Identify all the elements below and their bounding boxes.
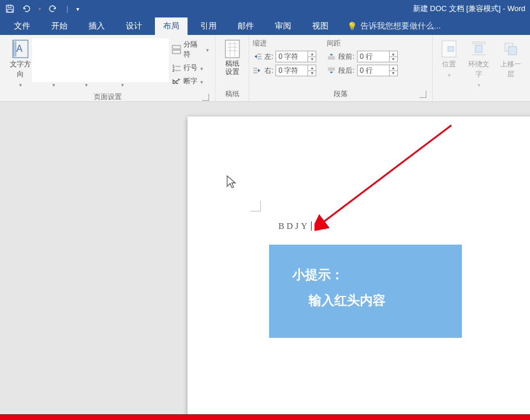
document-area: BDJY 小提示： 输入红头内容 <box>0 102 530 414</box>
manuscript-group-label: 稿纸 <box>219 88 245 100</box>
hint-line1: 小提示： <box>292 262 439 288</box>
document-text[interactable]: BDJY <box>278 221 312 231</box>
spacing-before-value: 0 行 <box>360 52 373 62</box>
line-numbers-icon: 12 <box>172 63 181 73</box>
group-arrange: 位置 环绕文字 上移一层 <box>433 35 529 101</box>
svg-text:1: 1 <box>172 64 175 68</box>
spacing-header: 间距 <box>327 38 397 48</box>
spinner-down-icon[interactable]: ▼ <box>390 71 397 76</box>
spacing-after-label: 段后: <box>338 66 354 76</box>
hyphenation-button[interactable]: bca- 断字 <box>172 76 209 86</box>
bring-forward-label: 上移一层 <box>500 59 522 79</box>
spinner-up-icon[interactable]: ▲ <box>308 65 316 71</box>
undo-dropdown-icon[interactable] <box>37 3 42 14</box>
spinner-down-icon[interactable]: ▼ <box>308 71 316 76</box>
bring-forward-button: 上移一层 <box>496 37 526 82</box>
title-bar: | ▾ 新建 DOC 文档 [兼容模式] - Word <box>0 0 530 17</box>
position-button: 位置 <box>436 37 462 81</box>
tab-layout[interactable]: 布局 <box>155 17 188 35</box>
indent-right-value: 0 字符 <box>278 66 298 76</box>
spacing-after-value: 0 行 <box>360 66 373 76</box>
customize-qat-icon[interactable]: ▾ <box>76 6 79 12</box>
tell-me-label: 告诉我您想要做什么... <box>361 21 441 31</box>
page-setup-group-label: 页面设置 <box>94 93 122 101</box>
tell-me-search[interactable]: 💡 告诉我您想要做什么... <box>347 21 441 31</box>
spinner-down-icon[interactable]: ▼ <box>308 57 316 62</box>
svg-rect-43 <box>475 45 482 52</box>
indent-left-spinner[interactable]: 0 字符 ▲▼ <box>275 51 316 62</box>
cursor-pointer-icon <box>225 175 236 190</box>
spinner-down-icon[interactable]: ▼ <box>390 57 397 62</box>
dropdown-icon <box>447 70 451 79</box>
dropdown-icon <box>477 80 480 89</box>
qat-separator: | <box>66 5 68 13</box>
dropdown-icon <box>200 77 203 86</box>
manuscript-settings-label: 稿纸 设置 <box>225 59 239 76</box>
spacing-before-label: 段前: <box>338 52 354 62</box>
hint-line2: 输入红头内容 <box>292 288 439 313</box>
indent-left-label: 左: <box>264 52 273 62</box>
line-numbers-label: 行号 <box>183 63 197 73</box>
text-direction-icon: A <box>11 40 30 58</box>
tab-file[interactable]: 文件 <box>6 17 38 35</box>
wrap-text-icon <box>469 40 488 58</box>
watermark: Baidu经验 jingyan.baidu.com <box>462 379 518 403</box>
bring-forward-icon <box>501 40 520 58</box>
tab-insert[interactable]: 插入 <box>80 17 113 35</box>
svg-text:a-: a- <box>178 77 181 81</box>
breaks-label: 分隔符 <box>183 40 203 59</box>
spacing-after-icon <box>327 66 336 75</box>
svg-rect-17 <box>172 45 181 49</box>
dropdown-icon <box>19 80 22 89</box>
tab-design[interactable]: 设计 <box>118 17 150 35</box>
page-setup-launcher-icon[interactable] <box>202 94 209 101</box>
window-title: 新建 DOC 文档 [兼容模式] - Word <box>413 3 525 14</box>
indent-right-spinner[interactable]: 0 字符 ▲▼ <box>275 65 316 76</box>
svg-rect-25 <box>225 40 239 58</box>
svg-text:2: 2 <box>172 68 175 72</box>
spinner-up-icon[interactable]: ▲ <box>390 51 397 57</box>
spacing-before-spinner[interactable]: 0 行 ▲▼ <box>357 51 398 62</box>
svg-rect-0 <box>8 5 11 8</box>
tab-references[interactable]: 引用 <box>192 17 225 35</box>
svg-rect-1 <box>8 9 12 12</box>
tab-mailings[interactable]: 邮件 <box>229 17 262 35</box>
manuscript-settings-button[interactable]: 稿纸 设置 <box>220 37 245 79</box>
indent-right-icon <box>253 66 262 75</box>
breaks-icon <box>172 45 181 54</box>
watermark-url: jingyan.baidu.com <box>462 394 518 403</box>
redo-icon[interactable] <box>48 3 58 14</box>
hyphenation-label: 断字 <box>183 76 197 86</box>
spinner-up-icon[interactable]: ▲ <box>390 65 397 71</box>
hint-box: 小提示： 输入红头内容 <box>269 245 462 338</box>
tab-home[interactable]: 开始 <box>43 17 76 35</box>
breaks-button[interactable]: 分隔符 <box>172 40 209 59</box>
svg-rect-48 <box>508 47 517 55</box>
position-label: 位置 <box>442 59 456 69</box>
text-direction-label: 文字方向 <box>7 59 34 79</box>
indent-header: 缩进 <box>253 38 316 48</box>
margin-corner-mark <box>250 201 261 211</box>
undo-icon[interactable] <box>21 3 31 14</box>
indent-right-label: 右: <box>264 66 273 76</box>
tab-view[interactable]: 视图 <box>304 17 337 35</box>
wrap-text-label: 环绕文字 <box>468 59 490 79</box>
paragraph-launcher-icon[interactable] <box>419 91 426 98</box>
tab-review[interactable]: 审阅 <box>267 17 299 35</box>
indent-left-value: 0 字符 <box>278 52 298 62</box>
spinner-up-icon[interactable]: ▲ <box>308 51 316 57</box>
group-manuscript: 稿纸 设置 稿纸 <box>215 35 249 101</box>
manuscript-icon <box>223 40 242 58</box>
spacing-after-spinner[interactable]: 0 行 ▲▼ <box>357 65 398 76</box>
page[interactable]: BDJY 小提示： 输入红头内容 <box>188 117 530 414</box>
redaction-patch <box>32 38 169 82</box>
lightbulb-icon: 💡 <box>347 22 357 31</box>
dropdown-icon <box>206 45 209 54</box>
line-numbers-button[interactable]: 12 行号 <box>172 63 209 73</box>
indent-left-icon <box>253 52 262 61</box>
position-icon <box>440 40 458 58</box>
bottom-red-bar <box>0 414 530 420</box>
save-icon[interactable] <box>5 3 15 14</box>
group-paragraph: 缩进 左: 0 字符 ▲▼ 右: 0 字符 ▲▼ <box>249 35 433 101</box>
ribbon-tabs: 文件 开始 插入 设计 布局 引用 邮件 审阅 视图 💡 告诉我您想要做什么..… <box>0 17 530 35</box>
